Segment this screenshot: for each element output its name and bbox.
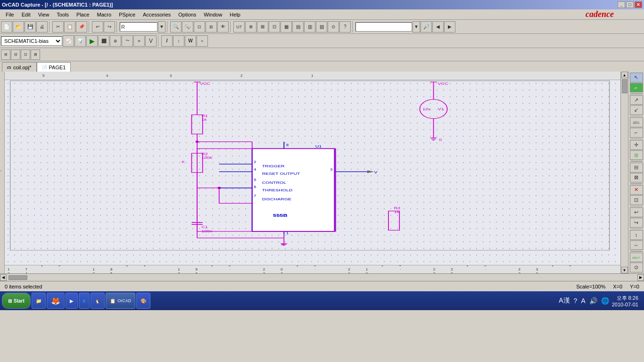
tb2-probe[interactable]: 📊 xyxy=(74,35,86,47)
new-button[interactable]: 📄 xyxy=(1,21,12,33)
maximize-button[interactable]: □ xyxy=(626,1,634,8)
start-button[interactable]: ⊞ Start xyxy=(2,293,31,309)
scroll-left-button[interactable]: ◀ xyxy=(0,274,7,281)
nav-back[interactable]: ◀ xyxy=(432,21,444,33)
vertical-scrollbar[interactable]: ▲ ▼ xyxy=(620,72,628,273)
rt-icon14[interactable]: ⊙ xyxy=(630,263,643,272)
search-go[interactable]: 🔎 xyxy=(421,21,432,33)
tb-icon9[interactable]: ? xyxy=(339,21,351,33)
menu-tools[interactable]: Tools xyxy=(53,11,73,18)
taskbar-app7[interactable]: 🎨 xyxy=(136,293,150,309)
tb2-place-part[interactable]: ⊕ xyxy=(110,35,121,47)
scroll-right-button[interactable]: ▶ xyxy=(637,274,644,281)
tab-coil[interactable]: 🗃 coil.opj* xyxy=(2,62,37,72)
tb2-wave[interactable]: ≈ xyxy=(197,35,208,47)
tb-icon1[interactable]: ⊕ xyxy=(245,21,256,33)
tab-page1[interactable]: 📄 PAGE1 xyxy=(37,62,71,72)
zoom-out-button[interactable]: 🔍- xyxy=(182,21,193,33)
rt-icon3[interactable]: ↙ xyxy=(630,105,643,115)
rt-icon8[interactable]: ✕ xyxy=(630,185,643,195)
rt-abc-add[interactable]: abc+ xyxy=(630,253,643,263)
tb-icon5[interactable]: ▤ xyxy=(292,21,304,33)
rt-text[interactable]: abc xyxy=(630,117,643,127)
minimize-button[interactable]: _ xyxy=(618,1,625,8)
open-button[interactable]: 📂 xyxy=(13,21,24,33)
menu-help[interactable]: Help xyxy=(226,11,244,18)
tray-icon2[interactable]: A xyxy=(580,297,586,304)
horizontal-scrollbar[interactable]: ◀ ▶ xyxy=(0,273,644,281)
schematic-canvas[interactable]: VCC R1 1k R2 100k xyxy=(5,80,620,265)
tb3-btn3[interactable]: ⊡ xyxy=(21,49,30,60)
rt-icon1[interactable]: ⌐ xyxy=(630,83,643,93)
menu-options[interactable]: Options xyxy=(174,11,200,18)
rt-icon2[interactable]: ↗ xyxy=(630,95,643,105)
menu-place[interactable]: Place xyxy=(73,11,93,18)
rt-icon10[interactable]: ↩ xyxy=(630,207,643,217)
scroll-up-button[interactable]: ▲ xyxy=(621,72,628,78)
tray-icon3[interactable]: 🔊 xyxy=(588,297,598,304)
tb2-graph[interactable]: 📈 xyxy=(63,35,74,47)
tray-network[interactable]: 🌐 xyxy=(600,297,610,304)
tb2-marker[interactable]: ↕ xyxy=(173,35,184,47)
taskbar-ie[interactable]: e xyxy=(79,293,90,309)
menu-macro[interactable]: Macro xyxy=(93,11,116,18)
tb2-stop[interactable]: ⬛ xyxy=(98,35,109,47)
search-input[interactable] xyxy=(355,22,412,32)
schematic-select[interactable]: SCHEMATIC1-bias xyxy=(1,36,62,46)
rt-icon9[interactable]: ⊡ xyxy=(630,195,643,205)
search-dropdown[interactable]: ▼ xyxy=(413,21,420,33)
zoom-area-button[interactable]: ⊞ xyxy=(206,21,217,33)
menu-edit[interactable]: Edit xyxy=(18,11,34,18)
tb-icon6[interactable]: ▥ xyxy=(304,21,315,33)
rt-icon12[interactable]: ↕ xyxy=(630,230,643,240)
binoculars-button[interactable]: 👁 xyxy=(217,21,229,33)
tb-u7[interactable]: U7 xyxy=(233,21,245,33)
tb2-place-vcc[interactable]: V xyxy=(145,35,157,47)
cut-button[interactable]: ✂ xyxy=(52,21,64,33)
zoom-fit-button[interactable]: ⊡ xyxy=(194,21,205,33)
filter-input[interactable] xyxy=(120,22,157,32)
menu-accessories[interactable]: Accessories xyxy=(139,11,174,18)
nav-forward[interactable]: ▶ xyxy=(444,21,455,33)
save-button[interactable]: 💾 xyxy=(25,21,36,33)
taskbar-firefox[interactable]: 🦊 xyxy=(47,293,65,309)
tb-icon4[interactable]: ▦ xyxy=(281,21,292,33)
tb2-place-wire[interactable]: 〜 xyxy=(122,35,133,47)
menu-window[interactable]: Window xyxy=(200,11,226,18)
menu-pspice[interactable]: PSpice xyxy=(115,11,139,18)
redo-button[interactable]: ↪ xyxy=(104,21,115,33)
rt-icon5[interactable]: ⊞ xyxy=(630,150,643,160)
tb3-btn2[interactable]: ⊟ xyxy=(11,49,20,60)
paste-button[interactable]: 📌 xyxy=(76,21,87,33)
copy-button[interactable]: 📋 xyxy=(64,21,75,33)
rt-icon11[interactable]: ↪ xyxy=(630,218,643,228)
rt-select[interactable]: ↖ xyxy=(630,73,643,82)
rt-icon7[interactable]: ⊠ xyxy=(630,173,643,183)
tb3-btn4[interactable]: ⊠ xyxy=(31,49,40,60)
taskbar-mediaplayer[interactable]: ▶ xyxy=(66,293,78,309)
taskbar-app5[interactable]: 🐧 xyxy=(91,293,105,309)
menu-view[interactable]: View xyxy=(34,11,53,18)
taskbar-app6[interactable]: 📋 OrCAD xyxy=(106,293,135,309)
rt-icon4[interactable]: ⌐ xyxy=(630,128,643,138)
tb3-btn1[interactable]: ⊞ xyxy=(1,49,10,60)
close-button[interactable]: ✕ xyxy=(635,1,642,8)
tray-ime[interactable]: A漢 xyxy=(558,296,570,305)
print-button[interactable]: 🖨 xyxy=(36,21,48,33)
rt-cross[interactable]: ✛ xyxy=(630,140,643,150)
tray-icon1[interactable]: ? xyxy=(573,297,578,304)
tb-icon7[interactable]: ▧ xyxy=(316,21,327,33)
taskbar-explorer[interactable]: 📁 xyxy=(32,293,46,309)
tb-icon8[interactable]: ⊙ xyxy=(328,21,339,33)
filter-dropdown[interactable]: ▼ xyxy=(158,21,165,33)
tb2-run[interactable]: ▶ xyxy=(86,35,98,47)
tb-icon2[interactable]: ⊠ xyxy=(257,21,268,33)
undo-button[interactable]: ↩ xyxy=(92,21,103,33)
tb2-w[interactable]: W xyxy=(185,35,196,47)
scroll-thumb[interactable] xyxy=(622,79,627,93)
tb2-place-bus[interactable]: ≡ xyxy=(133,35,145,47)
tb2-i[interactable]: I xyxy=(161,35,173,47)
zoom-in-button[interactable]: 🔍 xyxy=(170,21,182,33)
scroll-down-button[interactable]: ▼ xyxy=(621,267,628,273)
rt-icon13[interactable]: ↔ xyxy=(630,240,643,250)
